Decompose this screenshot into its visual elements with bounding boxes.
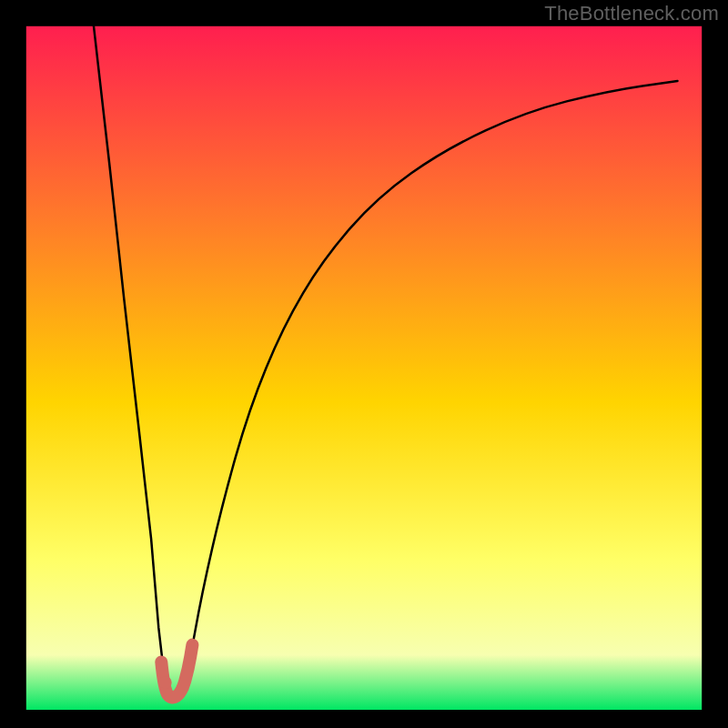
- watermark-label: TheBottleneck.com: [544, 2, 719, 25]
- accent-dot: [159, 676, 172, 689]
- bottleneck-chart: [0, 0, 728, 728]
- plot-background: [26, 26, 702, 710]
